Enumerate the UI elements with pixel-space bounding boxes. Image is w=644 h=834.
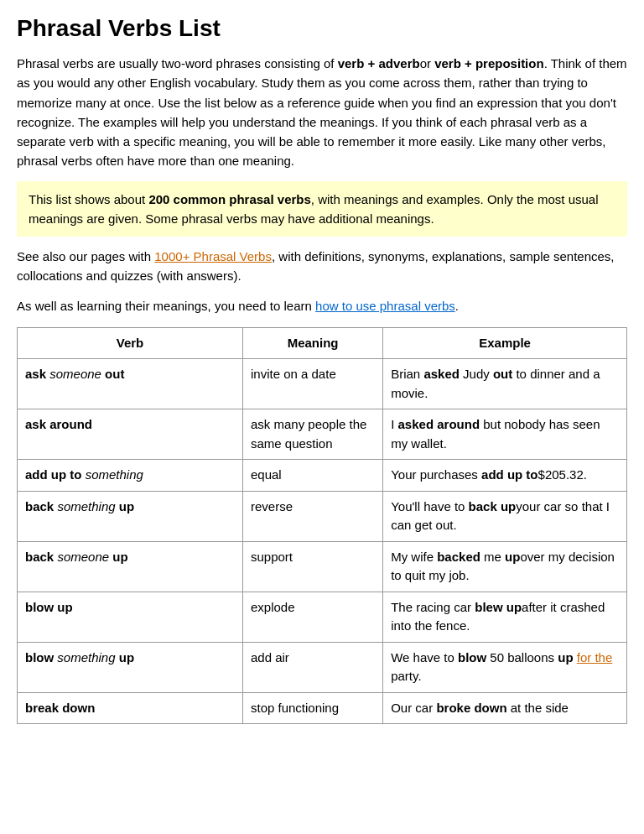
for-the-link[interactable]: for the [577,650,613,665]
table-row: blow something up add air We have to blo… [18,642,627,692]
table-row: back someone up support My wife backed m… [18,541,627,592]
example-cell: The racing car blew upafter it crashed i… [383,592,627,642]
highlight-box: This list shows about 200 common phrasal… [17,181,627,237]
meaning-cell: explode [242,592,382,642]
verb-cell: blow up [18,592,243,642]
meaning-cell: equal [242,460,382,492]
verb-cell: ask someone out [18,359,243,409]
example-cell: I asked around but nobody has seen my wa… [383,409,627,460]
verb-cell: back someone up [18,541,243,592]
table-row: blow up explode The racing car blew upaf… [18,592,627,642]
see-also-paragraph: See also our pages with 1000+ Phrasal Ve… [17,247,627,286]
bold-verb-preposition: verb + preposition [434,56,543,70]
meaning-cell: stop functioning [242,692,382,724]
table-row: ask around ask many people the same ques… [18,409,627,460]
table-row: back something up reverse You'll have to… [18,491,627,541]
verb-cell: back something up [18,491,243,541]
highlight-text: This list shows about 200 common phrasal… [29,190,615,229]
phrasal-verbs-link[interactable]: 1000+ Phrasal Verbs [154,249,272,263]
example-cell: Your purchases add up to$205.32. [383,460,627,492]
intro-paragraph: Phrasal verbs are usually two-word phras… [17,54,627,171]
bold-verb-adverb: verb + adverb [338,56,420,70]
header-example: Example [383,327,627,359]
verb-cell: ask around [18,409,243,460]
how-to-use-link[interactable]: how to use phrasal verbs [315,299,455,313]
table-row: ask someone out invite on a date Brian a… [18,359,627,409]
table-header-row: Verb Meaning Example [18,327,627,359]
table-row: break down stop functioning Our car brok… [18,692,627,724]
meaning-cell: add air [242,642,382,692]
verb-cell: break down [18,692,243,724]
meaning-cell: reverse [242,491,382,541]
meaning-cell: invite on a date [242,359,382,409]
phrasal-verbs-table: Verb Meaning Example ask someone out inv… [17,327,627,725]
example-cell: We have to blow 50 balloons up for the p… [383,642,627,692]
highlight-bold: 200 common phrasal verbs [148,192,310,206]
example-cell: Brian asked Judy out to dinner and a mov… [383,359,627,409]
example-cell: My wife backed me upover my decision to … [383,541,627,592]
example-cell: You'll have to back upyour car so that I… [383,491,627,541]
header-verb: Verb [18,327,243,359]
example-cell: Our car broke down at the side [383,692,627,724]
table-row: add up to something equal Your purchases… [18,460,627,492]
page-title: Phrasal Verbs List [17,15,627,42]
header-meaning: Meaning [242,327,382,359]
meaning-cell: ask many people the same question [242,409,382,460]
meaning-cell: support [242,541,382,592]
verb-cell: add up to something [18,460,243,492]
verb-cell: blow something up [18,642,243,692]
how-to-paragraph: As well as learning their meanings, you … [17,296,627,315]
